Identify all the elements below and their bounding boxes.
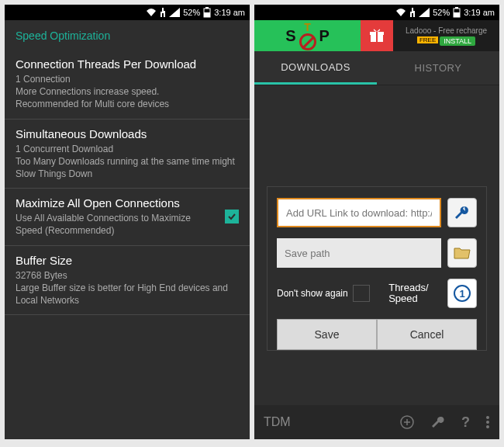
setting-connection-threads[interactable]: Connection Threads Per Download 1 Connec… [5, 50, 250, 120]
threads-label: Threads/ Speed [388, 282, 428, 305]
battery-pct: 52% [183, 8, 200, 17]
tab-history[interactable]: HISTORY [377, 51, 499, 85]
tab-bar: DOWNLOADS HISTORY [254, 51, 499, 85]
help-icon[interactable]: ? [461, 414, 470, 431]
clock: 3:19 am [464, 8, 495, 17]
section-header: Speed Optimization [5, 20, 250, 50]
setting-title: Maximize All Open Connections [16, 196, 216, 210]
checkbox-icon[interactable] [225, 210, 239, 224]
svg-rect-4 [455, 7, 458, 9]
status-bar: 52% 3:19 am [254, 5, 499, 20]
status-bar: 52% 3:19 am [5, 5, 250, 20]
setting-desc: Use All Available Connections to Maximiz… [16, 212, 216, 237]
ad-letter-p: P [319, 27, 330, 45]
threads-icon[interactable]: 1 [447, 279, 477, 308]
svg-text:1: 1 [459, 288, 464, 300]
add-icon[interactable] [399, 414, 415, 430]
setting-desc: 1 Concurrent Download Too Many Downloads… [16, 143, 239, 181]
svg-rect-5 [454, 12, 460, 17]
ad-banner[interactable]: S T P Ladooo - Free recharge FREE INSTAL… [254, 20, 499, 51]
wifi-icon [146, 8, 157, 17]
dont-show-checkbox[interactable] [353, 285, 370, 302]
svg-point-12 [486, 416, 489, 419]
battery-icon [453, 7, 461, 18]
svg-rect-2 [204, 12, 210, 17]
setting-desc: 32768 Bytes Large Buffer size is better … [16, 269, 239, 307]
svg-point-14 [486, 425, 489, 428]
app-brand: TDM [264, 415, 384, 429]
setting-title: Connection Threads Per Download [16, 57, 239, 71]
svg-point-13 [486, 421, 489, 424]
ad-letter-s: S [285, 27, 295, 45]
svg-rect-8 [376, 32, 378, 42]
ad-install-button[interactable]: INSTALL [440, 36, 475, 46]
save-button[interactable]: Save [277, 319, 377, 350]
bottom-bar: TDM ? [254, 405, 499, 439]
ad-text-block: Ladooo - Free recharge FREE INSTALL [393, 20, 499, 51]
data-icon [409, 8, 416, 17]
setting-maximize-connections[interactable]: Maximize All Open Connections Use All Av… [5, 189, 250, 245]
setting-title: Simultaneous Downloads [16, 127, 239, 140]
setting-title: Buffer Size [16, 254, 239, 267]
path-input[interactable] [277, 238, 441, 268]
setting-simultaneous[interactable]: Simultaneous Downloads 1 Concurrent Down… [5, 120, 250, 189]
url-input[interactable] [277, 198, 441, 227]
setting-buffer-size[interactable]: Buffer Size 32768 Bytes Large Buffer siz… [5, 246, 250, 316]
prohibit-icon [299, 33, 316, 50]
svg-rect-1 [205, 7, 209, 9]
clock: 3:19 am [214, 8, 245, 17]
signal-icon [419, 8, 430, 17]
wifi-icon [395, 8, 406, 17]
gift-icon [361, 20, 393, 51]
dont-show-label: Don't show again [277, 288, 348, 299]
tools-icon[interactable] [430, 414, 446, 430]
battery-pct: 52% [433, 8, 450, 17]
downloads-screen: 52% 3:19 am S T P Ladooo - Free recharge… [254, 5, 499, 439]
overflow-icon[interactable] [485, 415, 490, 429]
tab-downloads[interactable]: DOWNLOADS [254, 51, 377, 85]
signal-icon [169, 8, 180, 17]
ad-free-badge: FREE [417, 36, 438, 43]
data-icon [160, 8, 166, 17]
ad-graphic: S T P [254, 20, 361, 51]
ad-text: Ladooo - Free recharge [406, 26, 487, 35]
ad-letter-t: T [304, 21, 311, 33]
wrench-icon[interactable] [447, 198, 477, 227]
battery-icon [203, 7, 211, 18]
cancel-button[interactable]: Cancel [377, 319, 477, 350]
add-download-dialog: Don't show again Threads/ Speed 1 Save C… [267, 186, 487, 351]
settings-screen: 52% 3:19 am Speed Optimization Connectio… [5, 5, 250, 439]
setting-desc: 1 Connection More Connections increase s… [16, 73, 239, 111]
folder-icon[interactable] [447, 238, 477, 268]
